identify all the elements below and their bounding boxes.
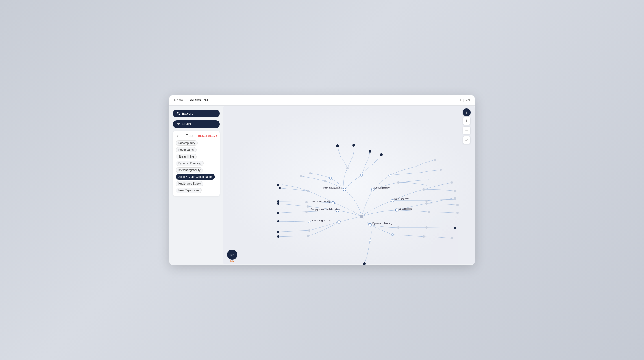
zoom-in-button[interactable]: + [463,117,471,125]
breadcrumb-divider: | [185,98,186,102]
zoom-controls: + − ⤢ [463,117,471,144]
svg-point-26 [277,231,279,233]
svg-point-33 [329,177,332,179]
svg-text:Interchangeability: Interchangeability [311,219,331,222]
svg-point-19 [454,227,456,229]
svg-point-24 [277,212,279,214]
svg-point-34 [324,180,326,182]
svg-point-40 [428,211,430,213]
lang-it[interactable]: IT [459,99,462,102]
titlebar: Home | Solution Tree IT | EN [169,95,475,106]
svg-point-20 [277,184,279,186]
svg-point-12 [451,181,453,184]
svg-point-7 [336,144,339,147]
reset-icon [214,134,217,137]
svg-point-36 [397,181,399,184]
svg-point-60 [369,223,371,226]
svg-text:Dynamic planning: Dynamic planning [372,222,393,225]
svg-point-18 [451,237,453,239]
logo-area: GS1 Italy [227,250,237,262]
svg-text:New capabilities: New capabilities [323,186,342,189]
fullscreen-button[interactable]: ⤢ [463,136,471,144]
svg-text:Health and safety: Health and safety [311,200,331,203]
svg-point-25 [277,220,279,222]
svg-point-38 [425,200,428,202]
tags-title: Tags [186,134,193,138]
tags-header: ✕ Tags RESET ALL [176,134,217,138]
svg-point-50 [397,226,399,229]
tag-health-and-safety[interactable]: Health And Safety [176,181,203,186]
tags-close-button[interactable]: ✕ [176,134,181,138]
tag-dynamic-planning[interactable]: Dynamic Planning [176,161,204,166]
tag-interchangeability[interactable]: Interchangeability [176,167,203,173]
zoom-out-button[interactable]: − [463,126,471,134]
svg-rect-5 [223,106,475,264]
svg-line-1 [179,114,180,115]
svg-point-16 [456,204,459,206]
filter-icon [177,123,180,126]
svg-point-54 [371,188,374,191]
svg-point-59 [338,221,340,223]
svg-point-6 [352,144,355,147]
svg-point-37 [423,188,425,191]
svg-point-29 [300,175,302,177]
svg-point-57 [332,201,335,204]
lang-en[interactable]: EN [466,99,470,102]
svg-point-21 [279,187,281,189]
svg-point-27 [277,235,279,238]
svg-point-17 [456,212,459,214]
tag-redundancy[interactable]: Redundancy [176,147,197,152]
svg-point-51 [423,235,425,238]
svg-point-47 [307,235,309,237]
svg-point-52 [425,226,428,229]
svg-point-15 [454,197,456,199]
svg-text:Supply chain collaboration: Supply chain collaboration [311,208,340,211]
svg-point-49 [391,234,394,236]
graph-area: New capabilities Decomplexity Redundancy… [223,106,475,265]
svg-text:Streamlining: Streamlining [398,207,412,210]
svg-point-11 [440,169,442,171]
gs1-logo: GS1 [228,251,236,259]
svg-point-23 [277,202,279,205]
page-title: Solution Tree [189,98,209,102]
svg-point-9 [369,150,371,153]
tag-new-capabilities[interactable]: New Capabilities [176,188,202,193]
svg-point-32 [360,174,363,176]
search-icon [177,112,180,115]
sidebar: Explore Filters ✕ Tags RESET ALL Decompl… [169,106,223,265]
filters-button[interactable]: Filters [173,120,220,128]
svg-point-8 [380,153,383,156]
tag-decomplexity[interactable]: Decomplexity [176,140,198,146]
svg-point-43 [307,205,309,208]
lang-separator: | [463,98,464,102]
svg-point-48 [369,239,371,241]
svg-point-35 [389,174,391,176]
breadcrumb-area: Home | Solution Tree [174,98,208,102]
svg-text:Decomplexity: Decomplexity [374,186,390,189]
tag-supply-chain-collaboration[interactable]: Supply Chain Collaboration [176,174,215,180]
svg-point-10 [434,159,436,161]
svg-point-44 [305,211,308,213]
svg-point-61 [360,215,363,218]
lang-switcher: IT | EN [459,98,470,102]
logo: GS1 [227,250,237,260]
info-button[interactable]: i [463,108,471,116]
tags-list: DecomplexityRedundancyStreamliningDynami… [176,140,217,193]
svg-point-42 [305,201,308,203]
svg-point-39 [425,202,428,205]
svg-point-31 [346,167,349,169]
solution-tree-graph[interactable]: New capabilities Decomplexity Redundancy… [223,106,475,265]
svg-point-0 [177,112,179,114]
reset-all-button[interactable]: RESET ALL [198,134,217,138]
home-link[interactable]: Home [174,98,183,102]
svg-point-56 [395,209,398,211]
logo-subtitle: Italy [230,260,234,262]
main-area: Explore Filters ✕ Tags RESET ALL Decompl… [169,106,475,265]
svg-point-53 [343,188,346,191]
svg-point-30 [309,172,311,174]
app-window: Home | Solution Tree IT | EN Explore Fil… [169,95,475,265]
tag-streamlining[interactable]: Streamlining [176,154,197,159]
svg-point-13 [454,190,456,192]
svg-point-41 [307,190,309,192]
explore-button[interactable]: Explore [173,110,220,117]
